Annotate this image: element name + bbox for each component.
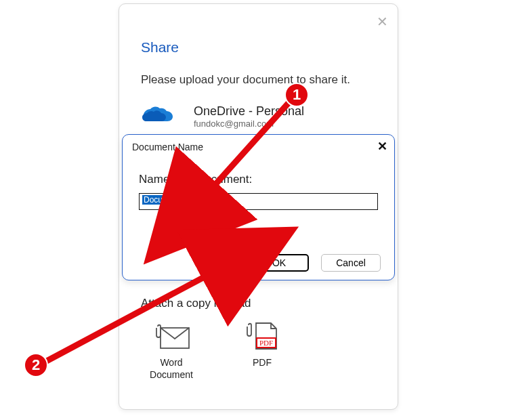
- share-title: Share: [119, 4, 398, 56]
- share-description: Please upload your document to share it.: [119, 56, 398, 87]
- svg-text:PDF: PDF: [259, 339, 272, 347]
- envelope-paperclip-icon: [153, 322, 190, 350]
- onedrive-email: fundokc@gmail.com: [194, 119, 304, 129]
- dialog-close-icon[interactable]: ✕: [377, 139, 387, 154]
- pdf-paperclip-icon: PDF: [244, 322, 281, 350]
- dialog-title: Document Name: [123, 135, 394, 152]
- attach-pdf[interactable]: PDF PDF: [232, 322, 293, 381]
- onedrive-option[interactable]: OneDrive - Personal fundokc@gmail.com: [119, 87, 398, 129]
- onedrive-icon: [141, 105, 176, 128]
- attach-pdf-label: PDF: [253, 356, 272, 369]
- onedrive-name: OneDrive - Personal: [194, 104, 304, 119]
- onedrive-info: OneDrive - Personal fundokc@gmail.com: [194, 104, 304, 129]
- ok-button[interactable]: OK: [249, 254, 309, 272]
- attach-section: Attach a copy instead Word Document: [141, 297, 293, 381]
- callout-badge-2: 2: [24, 353, 48, 377]
- document-name-input[interactable]: Document1: [139, 193, 378, 210]
- attach-title: Attach a copy instead: [141, 297, 293, 310]
- document-name-value: Document1: [142, 195, 186, 205]
- attach-word-document[interactable]: Word Document: [141, 322, 202, 381]
- name-field-label: Name your document:: [123, 152, 394, 186]
- close-icon[interactable]: ✕: [377, 14, 388, 30]
- callout-badge-1: 1: [284, 83, 309, 107]
- attach-word-label: Word Document: [141, 356, 202, 381]
- cancel-button[interactable]: Cancel: [321, 254, 381, 272]
- document-name-dialog: Document Name ✕ Name your document: Docu…: [122, 134, 395, 280]
